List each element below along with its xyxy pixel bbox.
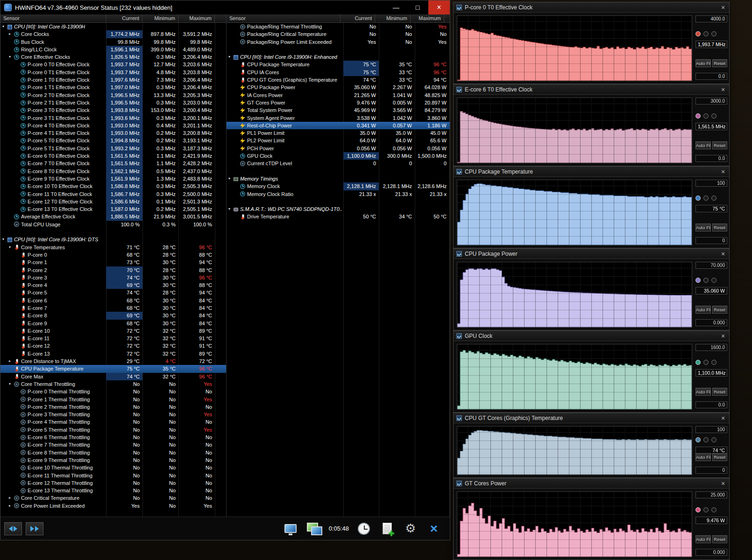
sensor-row[interactable]: P-core 1 T0 Effective Clock1,997.6 MHz7.… — [0, 76, 226, 84]
sensor-row[interactable]: P-core 574 °C28 °C94 °C — [0, 289, 226, 296]
graph-option-dot[interactable] — [703, 360, 709, 365]
graph-titlebar[interactable]: CPU Package Temperature× — [454, 167, 729, 177]
sensor-row[interactable]: E-core 10 Thermal ThrottlingNoNoNo — [0, 464, 226, 471]
graph-option-dot[interactable] — [711, 113, 717, 119]
sensor-row[interactable]: P-core 2 T0 Effective Clock1,996.5 MHz13… — [0, 91, 226, 99]
sensor-row[interactable]: E-core 11 Thermal ThrottlingNoNoNo — [0, 472, 226, 479]
sensor-row[interactable]: Total System Power45.969 W3.565 W84.279 … — [227, 106, 450, 114]
sensor-row[interactable]: E-core 1072 °C32 °C89 °C — [0, 327, 226, 335]
graph-canvas[interactable] — [457, 492, 692, 557]
column-header-sensor[interactable]: Sensor — [227, 14, 341, 22]
sensor-row[interactable]: ▾Core Temperatures71 °C28 °C96 °C — [0, 244, 226, 251]
graph-option-dot[interactable] — [711, 196, 717, 201]
sensor-row[interactable]: P-core 5 T1 Effective Clock1,993.2 MHz0.… — [0, 145, 226, 152]
sensor-row[interactable]: E-core 13 Thermal ThrottlingNoNoNo — [0, 487, 226, 494]
graph-option-dot[interactable] — [711, 31, 717, 36]
reset-button[interactable]: Reset — [712, 453, 728, 461]
sensor-row[interactable]: E-core 6 T0 Effective Clock1,561.5 MHz1.… — [0, 152, 226, 160]
sensor-row[interactable]: CPU Package Temperature75 °C35 °C96 °C — [0, 365, 226, 372]
sensor-row[interactable]: CPU IA Cores75 °C33 °C96 °C — [227, 69, 450, 76]
graph-color-dot[interactable] — [695, 278, 701, 283]
sensor-group-row[interactable]: ▾S.M.A.R.T.: WD PC SN740 SDDPNQD-1T0... — [227, 205, 450, 213]
graph-option-dot[interactable] — [711, 278, 717, 283]
graph-option-dot[interactable] — [703, 507, 709, 512]
polling-clock-button[interactable] — [355, 520, 372, 537]
graph-color-dot[interactable] — [695, 31, 701, 36]
sensor-row[interactable]: System Agent Power3.538 W1.042 W3.860 W — [227, 114, 450, 122]
sensor-row[interactable]: ▾Core Effective Clocks1,826.5 MHz0.3 MHz… — [0, 53, 226, 61]
sensor-row[interactable]: E-core 968 °C30 °C84 °C — [0, 320, 226, 327]
sensor-row[interactable]: Total CPU Usage100.0 %0.3 %100.0 % — [0, 221, 226, 228]
graph-option-dot[interactable] — [711, 437, 717, 442]
sensor-row[interactable]: E-core 1272 °C32 °C91 °C — [0, 342, 226, 350]
column-header-sensor[interactable]: Sensor — [0, 14, 106, 22]
sensor-row[interactable]: E-core 8 Thermal ThrottlingNoNoNo — [0, 449, 226, 456]
column-header-current[interactable]: Current — [106, 14, 142, 22]
sensor-row[interactable]: P-core 1 Thermal ThrottlingNoNoYes — [0, 396, 226, 403]
settings-gear-button[interactable]: ⚙ — [402, 520, 419, 537]
auto-fit-button[interactable]: Auto Fit — [695, 535, 711, 543]
graph-color-dot[interactable] — [695, 196, 701, 201]
graph-canvas[interactable] — [457, 344, 692, 409]
sensor-row[interactable]: ▸Core Power Limit ExceededYesNoYes — [0, 502, 226, 510]
sensor-row[interactable]: Memory Clock2,128.1 MHz2,128.1 MHz2,128.… — [227, 182, 450, 190]
graph-canvas[interactable] — [457, 16, 692, 81]
sensor-row[interactable]: P-core 3 Thermal ThrottlingNoNoYes — [0, 411, 226, 418]
graph-close-icon[interactable]: × — [717, 86, 729, 93]
sensor-group-row[interactable]: ▾Memory Timings — [227, 175, 450, 182]
sensor-group-row[interactable]: ▾CPU [#0]: Intel Core i9-13900H — [0, 23, 226, 30]
close-button[interactable]: × — [428, 0, 450, 14]
logging-report-button[interactable] — [379, 520, 396, 537]
graph-plot[interactable] — [457, 262, 692, 328]
expand-chevron-icon[interactable]: ▸ — [9, 502, 14, 510]
graph-option-dot[interactable] — [703, 31, 709, 36]
graph-plot[interactable] — [457, 344, 692, 410]
collapse-chevron-icon[interactable]: ▾ — [228, 175, 234, 182]
sensor-row[interactable]: Ring/LLC Clock1,596.1 MHz399.0 MHz4,489.… — [0, 46, 226, 53]
graph-close-icon[interactable]: × — [717, 4, 729, 11]
graph-canvas[interactable] — [457, 98, 692, 163]
reset-button[interactable]: Reset — [712, 141, 728, 149]
graph-titlebar[interactable]: CPU Package Power× — [454, 249, 729, 259]
graph-option-dot[interactable] — [711, 507, 717, 512]
reset-button[interactable]: Reset — [712, 388, 728, 396]
sensor-row[interactable]: PL2 Power Limit64.0 W64.0 W65.6 W — [227, 137, 450, 144]
sensor-row[interactable]: E-core 11 T0 Effective Clock1,586.7 MHz0… — [0, 190, 226, 198]
sensor-row[interactable]: E-core 7 T0 Effective Clock1,561.5 MHz1.… — [0, 160, 226, 167]
expand-chevron-icon[interactable]: ▸ — [9, 357, 14, 365]
reset-button[interactable]: Reset — [712, 59, 728, 67]
sensor-row[interactable]: IA Cores Power21.265 W1.041 W48.825 W — [227, 91, 450, 99]
sensors-display-button[interactable] — [282, 520, 299, 537]
scroll-panels-left-button[interactable] — [4, 522, 22, 535]
sensor-row[interactable]: E-core 668 °C30 °C84 °C — [0, 297, 226, 304]
sensor-row[interactable]: GT Cores Power9.476 W0.005 W20.897 W — [227, 99, 450, 106]
collapse-chevron-icon[interactable]: ▾ — [9, 53, 14, 61]
graph-close-icon[interactable]: × — [717, 250, 729, 258]
graph-option-dot[interactable] — [703, 196, 709, 201]
sensor-row[interactable]: Average Effective Clock1,886.5 MHz21.9 M… — [0, 213, 226, 220]
sensor-row[interactable]: P-core 0 Thermal ThrottlingNoNoNo — [0, 388, 226, 395]
graph-titlebar[interactable]: CPU GT Cores (Graphics) Temperature× — [454, 413, 729, 423]
sensor-row[interactable]: PCH Power0.056 W0.056 W0.056 W — [227, 145, 450, 152]
auto-fit-button[interactable]: Auto Fit — [695, 453, 711, 461]
sensor-row[interactable]: E-core 8 T0 Effective Clock1,562.1 MHz0.… — [0, 168, 226, 175]
sensor-row[interactable]: Package/Ring Power Limit ExceededYesNoYe… — [227, 38, 450, 46]
sensor-row[interactable]: ▸Core Distance to TjMAX29 °C4 °C72 °C — [0, 357, 226, 365]
collapse-chevron-icon[interactable]: ▾ — [9, 244, 14, 251]
expand-chevron-icon[interactable]: ▸ — [9, 494, 14, 502]
sensor-row[interactable]: CPU Package Temperature75 °C35 °C96 °C — [227, 61, 450, 68]
scroll-panels-right-button[interactable] — [26, 522, 43, 535]
sensor-row[interactable]: P-core 2 Thermal ThrottlingNoNoNo — [0, 403, 226, 411]
graph-canvas[interactable] — [457, 180, 692, 245]
auto-fit-button[interactable]: Auto Fit — [695, 388, 711, 396]
sensor-row[interactable]: E-core 768 °C30 °C84 °C — [0, 304, 226, 312]
sensor-row[interactable]: Bus Clock99.8 MHz99.8 MHz99.8 MHz — [0, 38, 226, 46]
graph-color-dot[interactable] — [695, 507, 701, 512]
collapse-chevron-icon[interactable]: ▾ — [9, 380, 14, 388]
graph-plot[interactable] — [457, 491, 692, 557]
sensor-row[interactable]: Memory Clock Ratio21.33 x21.33 x21.33 x — [227, 190, 450, 198]
sensor-row[interactable]: E-core 9 T0 Effective Clock1,561.9 MHz1.… — [0, 175, 226, 182]
remote-monitoring-button[interactable] — [305, 520, 322, 537]
column-header-minimum[interactable]: Minimum — [142, 14, 178, 22]
column-header-maximum[interactable]: Maximum — [178, 14, 215, 22]
